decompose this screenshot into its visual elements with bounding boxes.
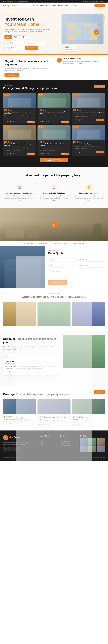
showcase-tab-horn[interactable]: WERBNY HORN — [71, 242, 87, 246]
properties-title: Prestige Propert Management property you — [3, 86, 58, 90]
gallery-thumb[interactable] — [97, 446, 105, 452]
property-card: For Sale $500.00 /mo Investments Prestig… — [72, 125, 105, 156]
property-location: 📍 36 Bullhorn, New York America — [72, 116, 105, 118]
bath-icon: 🚿 2 — [7, 153, 9, 154]
about-icon-title: Your Dream Home Awaits — [63, 58, 104, 60]
property-image: For Sale — [72, 93, 105, 108]
final-properties-section: PROPERTIES Prestige Propert Management p… — [0, 386, 108, 430]
testimonial-next-button[interactable]: → — [8, 377, 12, 381]
property-badge: For Sale — [73, 94, 78, 96]
topbar: ☎ (423) 555-0115 ✉ info@cityscape.com 📍 … — [0, 0, 108, 2]
property-location: 📍 36 Bullhorn, New York America — [3, 150, 36, 152]
search-button[interactable]: Search Now — [25, 46, 38, 50]
property-price: $950.00 /mo — [3, 108, 36, 111]
hero-tab-sell[interactable]: Sell — [19, 36, 26, 39]
final-properties-grid: $950.00 /mo Let us find the perfect prop… — [3, 399, 105, 426]
nav-cta-button[interactable]: Join Us → — [94, 4, 105, 7]
final-properties-view-all-button[interactable]: View All → — [94, 390, 105, 394]
properties-view-all-button[interactable]: View All → — [94, 84, 105, 88]
nav-home[interactable]: Home — [33, 4, 38, 6]
book-now-button[interactable]: BOOK NOW — [96, 151, 104, 153]
search-location-input[interactable] — [4, 46, 24, 50]
hero-title: Invest today in You Dream Home — [4, 17, 58, 27]
privacy-link[interactable]: Privacy Policy — [91, 457, 98, 458]
services-grid: 🏢 Seamless Solutions From Services Custo… — [3, 181, 105, 204]
hero-main-image — [62, 14, 104, 44]
nav-pages[interactable]: Pages — [58, 4, 63, 6]
nav-right: Join Us → — [94, 4, 105, 7]
hero-section: DREAM HOME Invest today in You Dream Hom… — [0, 8, 108, 54]
service-desc: Customer satisfaction is a priority for … — [74, 195, 103, 201]
property-footer: 🛏 3 🚿 2 📐 1700 BOOK NOW — [72, 150, 105, 154]
testimonial-prev-button[interactable]: ← — [3, 377, 7, 381]
area-icon: 📐 1700 — [45, 121, 49, 122]
nav-property[interactable]: Property — [50, 4, 56, 6]
property-price: $950.00 /mo — [38, 108, 70, 111]
property-name: Investments Investments Prestige Managem… — [72, 111, 105, 113]
property-badge: For Rent — [38, 94, 44, 96]
hero-play-button[interactable] — [94, 30, 99, 35]
topbar-lang[interactable]: English ▾ — [100, 0, 105, 2]
property-price: $350.00 /mo — [3, 140, 36, 143]
property-card: For Sale $950.00 /mo Prestige Propert Ma… — [3, 93, 36, 124]
showcase-image — [0, 208, 108, 241]
search-type-input[interactable] — [4, 41, 24, 45]
beds-icon: 🛏 3 — [39, 153, 41, 154]
beds-icon: 🛏 3 — [4, 121, 6, 122]
property-name: Discover Endless Possibilities in Realit… — [38, 143, 70, 147]
property-meta: 🛏 3 🚿 2 📐 1700 — [73, 119, 83, 120]
view-more-properties-button[interactable]: VIEW MORE PROPERTIES → — [40, 158, 68, 162]
hero-tab-buy[interactable]: Buy — [4, 36, 12, 39]
property-image: For Sale — [72, 125, 105, 140]
about-icon-desc: Property savings business to build their… — [63, 60, 104, 64]
showcase-tab-homes[interactable]: YOUR HOMES — [21, 242, 36, 246]
service-icon: 💰 — [85, 183, 92, 191]
nav-blog[interactable]: Blog — [65, 4, 68, 6]
property-card: For Sale $350.00 /mo Turn Your Real Esta… — [3, 125, 36, 156]
nav-about[interactable]: About Us — [40, 4, 47, 6]
properties-header: PROPERTIES Prestige Propert Management p… — [3, 84, 105, 90]
properties-section: PROPERTIES Prestige Propert Management p… — [0, 80, 108, 167]
book-now-button[interactable]: BOOK NOW — [61, 121, 69, 123]
search-dept-input[interactable] — [25, 41, 44, 45]
topbar-phone: ☎ (423) 555-0115 — [3, 0, 13, 2]
book-now-button[interactable]: BOOK NOW — [61, 153, 69, 155]
book-now-button[interactable]: BOOK NOW — [27, 121, 35, 123]
about-learn-more-button[interactable]: Learn More → — [4, 73, 19, 77]
properties-label: PROPERTIES — [3, 84, 58, 86]
area-icon: 📐 1700 — [45, 153, 49, 154]
bath-icon: 🚿 2 — [76, 152, 78, 153]
property-meta: 🛏 3 🚿 2 📐 1700 — [4, 121, 14, 122]
book-now-button[interactable]: BOOK NOW — [96, 119, 104, 121]
property-location: 📍 36 Bullhorn, New York America — [3, 118, 36, 120]
showcase-play-button[interactable] — [51, 222, 57, 228]
facebook-icon[interactable]: f — [3, 448, 6, 451]
property-meta: 🛏 3 🚿 2 📐 1700 — [39, 121, 48, 122]
gallery-thumb[interactable] — [97, 438, 105, 445]
hero-desc: Direct the Power of Real Estate Making Y… — [4, 28, 50, 33]
hero-badge: 20+ Years Experience — [63, 44, 76, 52]
property-name: Investments Prestige Property Management — [72, 143, 105, 145]
sitemap-link[interactable]: Site Map — [100, 457, 105, 458]
bath-icon: 🚿 2 — [42, 153, 44, 154]
about-icon — [57, 58, 62, 63]
service-icon: 🏢 — [16, 183, 23, 191]
showcase-tab-heaths[interactable]: SAVED HEATHS — [36, 242, 52, 246]
nav-contact[interactable]: Contact — [71, 4, 77, 6]
book-now-button[interactable]: BOOK NOW — [27, 153, 35, 155]
services-header: OUR SERVICES Let us find the perfect the… — [3, 172, 105, 177]
service-icon: 📋 — [50, 183, 58, 191]
property-location: 📍 36 Bullhorn, New York America — [72, 148, 105, 150]
service-title: Proactive Reality Solutions — [40, 192, 68, 194]
property-badge: For Sale — [4, 126, 10, 128]
hero-tab-rent[interactable]: Rent — [12, 36, 19, 39]
services-section: OUR SERVICES Let us find the perfect the… — [0, 167, 108, 208]
linkedin-icon[interactable]: in — [12, 448, 16, 451]
property-desc: Property Listings Management Prestige fo… — [3, 147, 36, 150]
final-property-image — [72, 399, 105, 414]
property-footer: 🛏 3 🚿 2 📐 1700 BOOK NOW — [3, 152, 36, 156]
twitter-icon[interactable]: t — [8, 448, 11, 451]
property-desc: Property Listings Investments Prestige f… — [72, 145, 105, 148]
final-property-card: $500.00 /mo Turn Your Real Estate Home I… — [72, 399, 105, 426]
showcase-tab-doctors[interactable]: EXPERT DOCTORS — [52, 242, 71, 246]
